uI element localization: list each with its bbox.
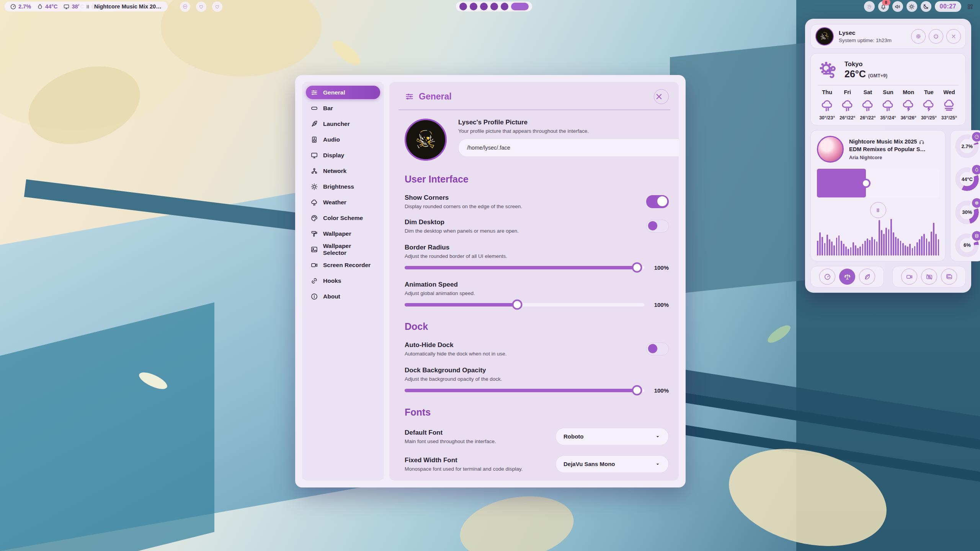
power-button[interactable]	[929, 29, 943, 44]
workspace-dot[interactable]	[459, 3, 467, 10]
cloud-rain-icon	[310, 199, 318, 206]
brightness-button[interactable]	[906, 1, 917, 12]
quick-launch-heart-2[interactable]	[212, 2, 222, 12]
slider-thumb[interactable]	[861, 179, 871, 188]
headphones-icon	[919, 139, 924, 145]
quick-launch-skull[interactable]	[180, 2, 190, 12]
screenshot-button[interactable]	[921, 269, 937, 285]
cpu-gauge: 2.7%	[955, 134, 979, 158]
tray-app-button[interactable]	[864, 1, 875, 12]
sidebar-item-brightness[interactable]: Brightness	[306, 180, 380, 193]
performance-profile-button[interactable]	[819, 269, 835, 285]
sidebar-item-label: Network	[323, 168, 346, 174]
now-playing: Nightcore Music Mix 2025 EDM Remixes of …	[817, 136, 939, 163]
sidebar-item-hooks[interactable]: Hooks	[306, 274, 380, 287]
sidebar-item-bar[interactable]: Bar	[306, 101, 380, 115]
dock-opacity-slider[interactable]	[405, 389, 644, 392]
close-icon	[951, 33, 957, 39]
overview-button[interactable]	[965, 1, 975, 12]
leaf-icon	[864, 273, 871, 280]
wallpaper-button[interactable]	[941, 269, 957, 285]
album-art	[817, 136, 844, 163]
dock-opacity-slider-row: 100%	[405, 387, 669, 394]
sidebar-item-label: Color Scheme	[323, 215, 363, 222]
gauge-icon	[10, 3, 16, 10]
quick-launch-heart-1[interactable]	[196, 2, 206, 12]
section-heading-dock: Dock	[405, 321, 669, 332]
screen-record-button[interactable]	[901, 269, 917, 285]
sidebar-item-general[interactable]: General	[306, 86, 380, 99]
cpu-temp-value: 44°C	[45, 3, 57, 10]
visualizer-bar	[824, 243, 826, 256]
flame-icon	[974, 167, 979, 172]
panel-settings-button[interactable]	[911, 29, 926, 44]
system-uptime: System uptime: 1h23m	[839, 37, 892, 43]
page-title: General	[419, 91, 654, 102]
settings-content: General ☠ Lysec's Profile Picture Your p…	[389, 82, 679, 481]
power-icon	[933, 33, 939, 39]
sidebar-item-color-scheme[interactable]: Color Scheme	[306, 211, 380, 225]
monitor-icon	[63, 3, 70, 10]
play-pause-button[interactable]	[870, 202, 886, 218]
notification-badge: 8	[882, 0, 890, 5]
close-panel-button[interactable]	[946, 29, 961, 44]
rocket-icon	[310, 120, 318, 128]
weather-current: Tokyo 26°C(GMT+9)	[817, 59, 959, 81]
settings-scroll-area[interactable]: General ☠ Lysec's Profile Picture Your p…	[389, 82, 679, 475]
clock-module[interactable]: 00:27	[935, 1, 961, 12]
media-module[interactable]: Nightcore Music Mix 20…	[79, 2, 168, 11]
user-card: ☠ Lysec System uptime: 1h23m	[810, 24, 966, 49]
sidebar-item-weather[interactable]: Weather	[306, 196, 380, 209]
profile-path-input[interactable]: /home/lysec/.face	[458, 139, 679, 157]
night-light-button[interactable]	[921, 1, 931, 12]
slider-thumb[interactable]	[632, 385, 642, 396]
system-gauges: 2.7% 44°C 30% 6%	[950, 130, 980, 261]
visualizer-bar	[883, 234, 885, 256]
dim-desktop-toggle[interactable]	[646, 220, 669, 233]
animation-speed-slider[interactable]	[405, 303, 644, 306]
skull-icon	[182, 4, 188, 10]
network-icon	[310, 167, 318, 175]
track-title-line2: EDM Remixes of Popular S…	[849, 146, 926, 153]
workspace-dot[interactable]	[470, 3, 477, 10]
notifications-button[interactable]: 8	[878, 1, 889, 12]
workspace-active-indicator[interactable]	[511, 3, 529, 10]
auto-hide-dock-toggle[interactable]	[646, 342, 669, 355]
animation-speed-slider-row: 100%	[405, 302, 669, 308]
sidebar-item-display[interactable]: Display	[306, 148, 380, 162]
balanced-profile-button[interactable]	[839, 269, 855, 285]
ram-gauge: 30%	[955, 201, 979, 224]
visualizer-bar	[831, 241, 833, 256]
cloud-bolt-icon	[902, 98, 915, 112]
default-font-dropdown[interactable]: Roboto	[555, 428, 669, 445]
close-settings-button[interactable]	[654, 89, 669, 104]
sidebar-item-wallpaper-selector[interactable]: Wallpaper Selector	[306, 243, 380, 256]
media-progress-slider[interactable]	[817, 169, 939, 197]
video-icon	[906, 273, 913, 280]
volume-button[interactable]	[892, 1, 903, 12]
sidebar-item-screen-recorder[interactable]: Screen Recorder	[306, 258, 380, 272]
sidebar-item-label: Brightness	[323, 183, 354, 190]
side-panel: ☠ Lysec System uptime: 1h23m Tokyo 26°C(	[805, 19, 971, 293]
profile-avatar[interactable]: ☠	[405, 119, 447, 161]
header-divider	[399, 109, 670, 110]
sidebar-item-audio[interactable]: Audio	[306, 133, 380, 146]
sidebar-item-wallpaper[interactable]: Wallpaper	[306, 227, 380, 240]
workspace-dot[interactable]	[490, 3, 498, 10]
power-saver-profile-button[interactable]	[859, 269, 875, 285]
slider-thumb[interactable]	[632, 262, 642, 273]
sidebar-item-about[interactable]: About	[306, 290, 380, 303]
visualizer-bar	[921, 236, 923, 256]
workspace-dot[interactable]	[501, 3, 508, 10]
flame-icon	[37, 3, 43, 10]
settings-window: General Bar Launcher Audio Display Netwo…	[295, 75, 686, 487]
sidebar-item-launcher[interactable]: Launcher	[306, 117, 380, 130]
cloud-rain-icon	[881, 98, 895, 112]
gauge-icon	[974, 134, 979, 139]
sidebar-item-network[interactable]: Network	[306, 164, 380, 178]
workspace-dot[interactable]	[480, 3, 488, 10]
show-corners-toggle[interactable]	[646, 195, 669, 208]
slider-thumb[interactable]	[512, 300, 523, 310]
fixed-font-dropdown[interactable]: DejaVu Sans Mono	[555, 455, 669, 473]
border-radius-slider[interactable]	[405, 266, 644, 269]
